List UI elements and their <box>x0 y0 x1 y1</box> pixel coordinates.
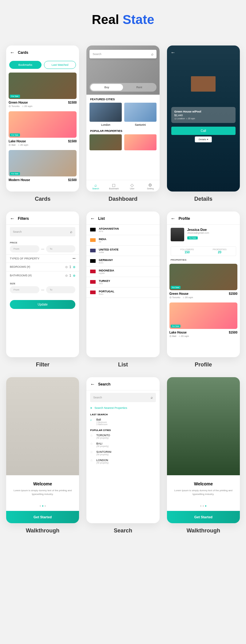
popular-city-item[interactable]: ☆BALI(50 property) <box>86 441 159 449</box>
popular-city-item[interactable]: ☆LONDON(50 property) <box>86 457 159 465</box>
page-dots <box>172 496 235 511</box>
card-name: Green House <box>169 292 188 295</box>
filter-screen: ←Filters Search⌕ PRICE From—To TYPES OF … <box>6 211 79 358</box>
city-image[interactable] <box>124 103 157 122</box>
city-image[interactable] <box>89 103 122 122</box>
last-search-item[interactable]: ⌕Bali3 Bedroom3 Bathroom <box>86 417 159 427</box>
search-input[interactable]: Search⌕ <box>10 227 75 236</box>
tab-rent[interactable]: Rent <box>123 84 156 91</box>
size-to-input[interactable]: To <box>46 286 76 293</box>
sale-badge: For Sale <box>10 95 20 98</box>
hero-image <box>6 377 79 475</box>
size-from-input[interactable]: From <box>10 286 39 293</box>
header-title: Filters <box>18 216 29 221</box>
search-input[interactable]: Search⌕ <box>89 50 156 58</box>
caption: Details <box>167 196 240 202</box>
popular-city-item[interactable]: ☆SANTORINI(50 property) <box>86 449 159 457</box>
popular-city-item[interactable]: ☆TORONTO(50 property) <box>86 432 159 441</box>
hero-image <box>167 377 240 475</box>
card-price: $1500 <box>68 178 77 182</box>
back-icon[interactable]: ← <box>10 216 15 221</box>
section-featured-cities: FEATURED CITIES <box>86 95 159 103</box>
flag-icon <box>90 270 96 273</box>
followers-stat[interactable]: FOLLOWERS150 <box>171 247 204 256</box>
property-image[interactable] <box>124 134 157 150</box>
flag-icon <box>90 228 96 231</box>
list-item[interactable]: AFGHANISTANAFN <box>86 225 159 235</box>
city-sub: (50 property) <box>96 462 109 464</box>
more-icon[interactable]: ••• <box>73 257 75 260</box>
profile-email: Jessica@gmail.com <box>187 231 209 234</box>
flag-icon <box>90 249 96 252</box>
card-image[interactable]: For Sale <box>9 150 77 176</box>
profile-name: Jessica Doe <box>187 228 209 231</box>
star-icon: ☆ <box>90 434 94 437</box>
search-icon[interactable]: ⌕ <box>151 52 153 56</box>
search-icon: ⌕ <box>90 418 94 421</box>
country-name: TURKEY <box>99 279 110 282</box>
city-sub: (50 property) <box>96 445 109 447</box>
get-started-button[interactable]: Get Started <box>167 511 240 523</box>
plus-icon[interactable]: ⊕ <box>73 265 75 269</box>
properties-stat[interactable]: PROPERTIES20 <box>203 247 236 256</box>
back-icon[interactable]: ← <box>171 50 176 55</box>
price-to-input[interactable]: To <box>46 245 76 252</box>
card-image[interactable]: For Sale <box>9 111 77 138</box>
bookmark-icon: ◻ <box>105 183 123 188</box>
page-title: Real State <box>6 12 240 27</box>
list-item[interactable]: TURKEYTRY <box>86 277 159 287</box>
back-icon[interactable]: ← <box>90 381 95 387</box>
welcome-text: Lorem Ipsum is simply dummy text of the … <box>172 489 235 496</box>
minus-icon[interactable]: ⊖ <box>65 265 68 269</box>
search-input[interactable]: Search⌕ <box>90 393 156 402</box>
welcome-title: Welcome <box>11 481 74 486</box>
list-item[interactable]: INDIAInr <box>86 235 159 246</box>
nav-search[interactable]: ⌕Search <box>86 183 105 190</box>
call-button[interactable]: Call <box>171 127 236 135</box>
country-name: INDONESIA <box>99 269 114 272</box>
flag-icon <box>90 280 96 284</box>
details-button[interactable]: Details ▾ <box>195 136 212 142</box>
tab-last-watched[interactable]: Last Watched <box>44 61 76 69</box>
avatar[interactable] <box>171 228 184 241</box>
tab-bookmarks[interactable]: Bookmarks <box>9 61 42 69</box>
back-icon[interactable]: ← <box>171 216 176 221</box>
property-hero-image <box>191 76 216 92</box>
currency-sub: AFN <box>99 230 119 232</box>
bathroom-count: 1 <box>69 274 71 277</box>
card-image[interactable]: For Sale <box>169 302 237 329</box>
update-button[interactable]: Update <box>10 300 75 309</box>
detail-title: Green House w/Pool <box>174 110 232 113</box>
search-icon[interactable]: ⌕ <box>151 395 153 400</box>
flag-icon <box>90 238 96 242</box>
profile-badge: For Sale <box>187 236 198 239</box>
tab-buy[interactable]: Buy <box>90 84 123 91</box>
user-icon: ◇ <box>123 183 141 188</box>
search-icon[interactable]: ⌕ <box>70 230 72 234</box>
search-nearest-link[interactable]: ➤Search Nearest Properties <box>86 405 159 411</box>
header-title: List <box>98 216 105 221</box>
plus-icon[interactable]: ⊕ <box>73 274 75 277</box>
card-price: $1500 <box>229 331 237 334</box>
card-image[interactable]: For Sale <box>169 264 237 290</box>
nav-setting[interactable]: ⚙Setting <box>141 183 159 190</box>
country-name: INDIA <box>99 238 106 241</box>
back-icon[interactable]: ← <box>90 216 95 221</box>
property-image[interactable] <box>89 134 122 150</box>
list-item[interactable]: UNITED STATEdollar <box>86 246 159 256</box>
price-from-input[interactable]: From <box>10 245 39 252</box>
nav-bookmark[interactable]: ◻Bookmark <box>105 183 123 190</box>
back-icon[interactable]: ← <box>10 50 15 55</box>
list-screen: ←List AFGHANISTANAFNINDIAInrUNITED STATE… <box>86 211 159 358</box>
minus-icon[interactable]: ⊖ <box>65 274 68 277</box>
currency-sub: TRY <box>99 282 110 285</box>
card-image[interactable]: For Sale <box>9 73 77 99</box>
list-item[interactable]: INDONESIArupiah <box>86 267 159 277</box>
details-screen: ← Green House w/Pool $2,440 ◎ Location ⌂… <box>167 45 240 192</box>
list-item[interactable]: PORTUGALEuro <box>86 287 159 298</box>
get-started-button[interactable]: Get Started <box>6 511 79 523</box>
location-icon: ◎ Bali <box>9 144 16 146</box>
currency-sub: Inr <box>99 241 106 243</box>
nav-user[interactable]: ◇User <box>123 183 141 190</box>
list-item[interactable]: GERMANYEuro <box>86 256 159 267</box>
